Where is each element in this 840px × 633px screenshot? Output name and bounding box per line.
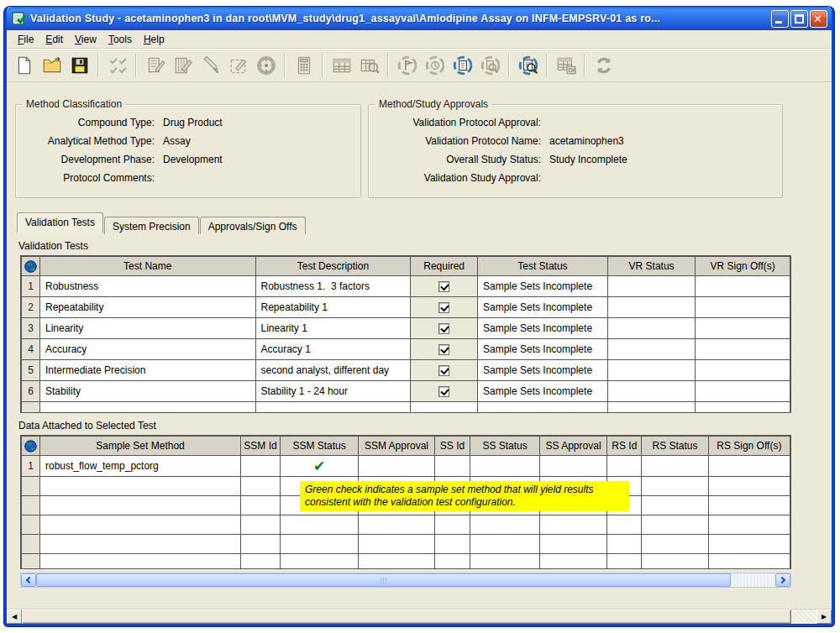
column-header[interactable]: RS Id (607, 437, 642, 456)
table-row[interactable] (22, 515, 790, 535)
empty-cell[interactable] (642, 535, 708, 554)
tab-system-precision[interactable]: System Precision (104, 217, 199, 234)
column-header[interactable]: Test Description (255, 257, 411, 276)
empty-cell[interactable] (708, 477, 790, 496)
test-status-cell[interactable]: Sample Sets Incomplete (477, 381, 607, 402)
test-name-cell[interactable]: Linearity (40, 318, 256, 339)
test-status-cell[interactable]: Sample Sets Incomplete (477, 318, 607, 339)
test-status-cell[interactable]: Sample Sets Incomplete (477, 339, 607, 360)
column-header[interactable]: VR Sign Off(s) (696, 257, 790, 276)
scroll-left-button[interactable] (21, 573, 36, 587)
menu-file[interactable]: File (12, 32, 39, 47)
empty-cell[interactable] (708, 496, 790, 515)
empty-cell[interactable] (280, 554, 358, 570)
empty-cell[interactable] (434, 515, 470, 535)
vr-status-cell[interactable] (607, 318, 695, 339)
vr-status-cell[interactable] (607, 339, 695, 360)
required-cell[interactable] (411, 318, 478, 339)
empty-cell[interactable] (708, 535, 790, 554)
empty-cell[interactable] (359, 554, 434, 570)
row-number[interactable] (22, 477, 40, 496)
required-checkbox[interactable] (438, 386, 449, 397)
empty-cell[interactable] (359, 535, 434, 554)
table-row[interactable]: 4AccuracyAccuracy 1Sample Sets Incomplet… (22, 339, 790, 360)
column-header[interactable]: Required (411, 257, 478, 276)
empty-cell[interactable] (280, 535, 358, 554)
minimize-button[interactable] (771, 10, 789, 28)
table-row[interactable] (22, 402, 790, 414)
vr-sign-offs-cell[interactable] (696, 297, 790, 318)
open-folder-button[interactable] (39, 52, 65, 78)
vr-sign-offs-cell[interactable] (696, 381, 790, 402)
row-number[interactable]: 6 (22, 381, 40, 402)
test-description-cell[interactable]: Linearity 1 (255, 318, 411, 339)
row-number[interactable] (22, 535, 40, 554)
empty-cell[interactable] (642, 496, 708, 515)
tab-validation-tests[interactable]: Validation Tests (17, 212, 103, 233)
empty-cell[interactable] (470, 535, 539, 554)
scroll-right-button[interactable]: ▶ (816, 609, 832, 624)
empty-cell[interactable] (607, 402, 695, 414)
test-description-cell[interactable]: Accuracy 1 (255, 339, 411, 360)
rs-id-cell[interactable] (607, 456, 642, 477)
empty-cell[interactable] (477, 402, 607, 414)
row-number[interactable] (22, 554, 40, 570)
empty-cell[interactable] (642, 554, 708, 570)
empty-cell[interactable] (40, 402, 256, 414)
table-row[interactable]: 1robust_flow_temp_pctorg✔ (22, 456, 790, 477)
test-name-cell[interactable]: Robustness (40, 276, 256, 297)
empty-cell[interactable] (539, 554, 606, 570)
scrollbar-thumb[interactable] (22, 609, 791, 624)
empty-cell[interactable] (642, 515, 708, 535)
empty-cell[interactable] (708, 554, 790, 570)
table-row[interactable]: 2RepeatabilityRepeatability 1Sample Sets… (22, 297, 790, 318)
required-cell[interactable] (411, 381, 478, 402)
column-header[interactable]: Test Status (477, 257, 607, 276)
empty-cell[interactable] (40, 496, 241, 515)
rs-sign-offs-cell[interactable] (708, 456, 790, 477)
table-row[interactable] (22, 554, 790, 570)
empty-cell[interactable] (642, 477, 708, 496)
corner-cell[interactable] (22, 257, 40, 276)
scroll-right-button[interactable] (775, 573, 790, 587)
column-header[interactable]: RS Status (642, 437, 708, 456)
menu-edit[interactable]: Edit (39, 32, 69, 47)
row-number[interactable] (22, 496, 40, 515)
vr-status-cell[interactable] (607, 276, 695, 297)
review-results-button[interactable] (515, 52, 541, 78)
required-checkbox[interactable] (438, 344, 449, 355)
ss-id-cell[interactable] (434, 456, 470, 477)
table-horizontal-scrollbar[interactable] (20, 573, 791, 588)
table-row[interactable]: 1RobustnessRobustness 1. 3 factorsSample… (22, 276, 790, 297)
empty-cell[interactable] (696, 402, 790, 414)
column-header[interactable]: Sample Set Method (40, 437, 241, 456)
table-row[interactable]: 6StabilityStability 1 - 24 hourSample Se… (22, 381, 790, 402)
column-header[interactable]: SS Id (434, 437, 470, 456)
rs-status-cell[interactable] (642, 456, 708, 477)
row-number[interactable]: 4 (22, 339, 40, 360)
empty-cell[interactable] (241, 477, 281, 496)
empty-cell[interactable] (434, 554, 470, 570)
test-description-cell[interactable]: Stability 1 - 24 hour (255, 381, 411, 402)
ss-approval-cell[interactable] (539, 456, 606, 477)
empty-cell[interactable] (280, 515, 358, 535)
vr-sign-offs-cell[interactable] (696, 318, 790, 339)
empty-cell[interactable] (40, 515, 241, 535)
empty-cell[interactable] (539, 535, 606, 554)
empty-cell[interactable] (607, 515, 642, 535)
row-number[interactable] (22, 515, 40, 535)
required-checkbox[interactable] (438, 323, 449, 334)
close-button[interactable]: ✕ (810, 10, 827, 28)
column-header[interactable]: SSM Approval (359, 437, 434, 456)
empty-cell[interactable] (241, 515, 281, 535)
test-description-cell[interactable]: Repeatability 1 (255, 297, 411, 318)
empty-cell[interactable] (40, 477, 241, 496)
table-row[interactable]: 5Intermediate Precisionsecond analyst, d… (22, 360, 790, 381)
test-name-cell[interactable]: Accuracy (40, 339, 256, 360)
row-number[interactable] (22, 402, 40, 414)
test-name-cell[interactable]: Repeatability (40, 297, 256, 318)
test-status-cell[interactable]: Sample Sets Incomplete (477, 297, 607, 318)
column-header[interactable]: RS Sign Off(s) (708, 437, 790, 456)
process-data-button[interactable] (449, 52, 475, 78)
test-status-cell[interactable]: Sample Sets Incomplete (477, 276, 607, 297)
